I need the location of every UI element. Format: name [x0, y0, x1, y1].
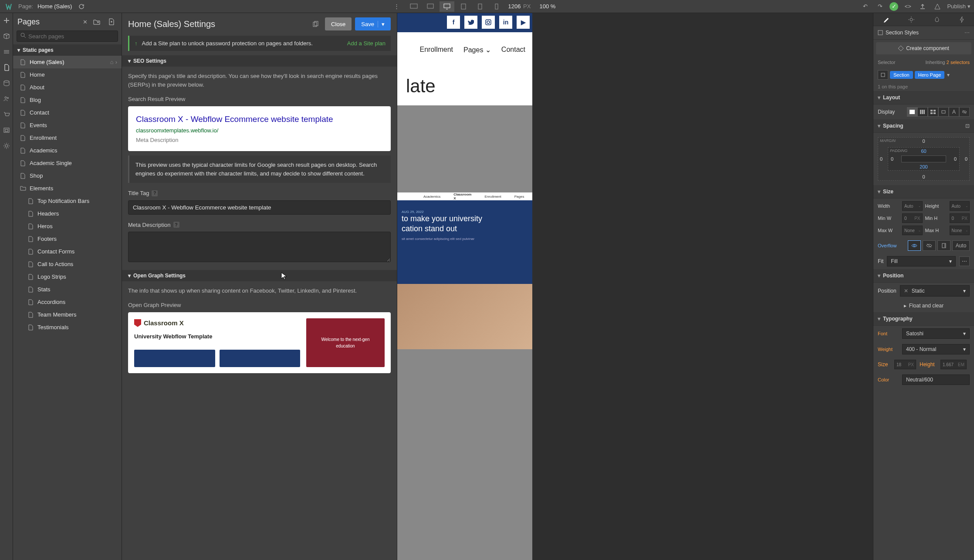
- og-heading[interactable]: ▾Open Graph Settings: [122, 270, 397, 281]
- publish-button[interactable]: Publish ▾: [947, 3, 971, 10]
- page-item[interactable]: Events: [13, 119, 122, 132]
- position-heading[interactable]: ▾Position: [873, 269, 974, 283]
- close-button[interactable]: Close: [325, 17, 352, 30]
- title-tag-input[interactable]: [128, 200, 391, 215]
- settings-rail-icon[interactable]: [2, 141, 11, 151]
- spacing-editor[interactable]: MARGIN 0 0 0 0 PADDING 60 200 0 0: [873, 133, 974, 185]
- zoom-level[interactable]: 100 %: [539, 3, 555, 10]
- style-manager-tab-icon[interactable]: [934, 17, 940, 23]
- selector-hero[interactable]: Hero Page: [915, 71, 945, 79]
- page-item[interactable]: Heros: [13, 220, 122, 233]
- page-item[interactable]: Headers: [13, 207, 122, 220]
- bp-lg-icon[interactable]: [423, 1, 438, 12]
- assets-icon[interactable]: [2, 125, 11, 135]
- more-icon[interactable]: ⋮: [392, 1, 402, 12]
- chevron-down-icon[interactable]: ▾: [947, 72, 950, 78]
- styles-tab-icon[interactable]: [883, 17, 889, 23]
- page-item[interactable]: Shop: [13, 169, 122, 182]
- settings-tab-icon[interactable]: [908, 17, 914, 23]
- page-item[interactable]: Footers: [13, 233, 122, 245]
- spacing-heading[interactable]: ▾Spacing⊡: [873, 119, 974, 133]
- page-item[interactable]: Home: [13, 68, 122, 81]
- display-none-icon[interactable]: [959, 107, 970, 117]
- size-heading[interactable]: ▾Size: [873, 185, 974, 199]
- page-item[interactable]: Enrollment: [13, 132, 122, 144]
- layers-icon[interactable]: [2, 47, 11, 57]
- float-clear-toggle[interactable]: ▸Float and clear: [873, 299, 974, 312]
- code-icon[interactable]: <>: [903, 1, 913, 12]
- overflow-scroll-icon[interactable]: [937, 240, 950, 251]
- users-icon[interactable]: [2, 94, 11, 104]
- display-inline-block-icon[interactable]: [938, 107, 949, 117]
- duplicate-icon[interactable]: [310, 18, 321, 30]
- instagram-icon[interactable]: [482, 16, 495, 29]
- static-pages-category[interactable]: ▾Static pages: [13, 44, 122, 56]
- page-item[interactable]: Contact Forms: [13, 245, 122, 258]
- linkedin-icon[interactable]: in: [499, 16, 512, 29]
- bp-desktop-icon[interactable]: [440, 1, 454, 12]
- page-item[interactable]: Testimonials: [13, 321, 122, 334]
- maxh-input[interactable]: None-: [950, 226, 970, 235]
- layout-heading[interactable]: ▾Layout: [873, 91, 974, 105]
- close-panel-icon[interactable]: ✕: [83, 19, 88, 25]
- height-input[interactable]: Auto-: [950, 201, 970, 211]
- refresh-icon[interactable]: [76, 1, 87, 12]
- help-icon[interactable]: ?: [173, 222, 179, 228]
- ecommerce-icon[interactable]: [2, 110, 11, 119]
- bp-tablet-sm-icon[interactable]: [473, 1, 487, 12]
- canvas-width[interactable]: 1206 PX: [508, 3, 531, 10]
- redo-icon[interactable]: ↷: [875, 1, 885, 12]
- display-grid-icon[interactable]: [928, 107, 938, 117]
- bp-mobile-icon[interactable]: [489, 1, 504, 12]
- color-select[interactable]: Neutral/600: [902, 374, 970, 385]
- overflow-visible-icon[interactable]: [908, 240, 921, 251]
- spacing-options-icon[interactable]: ⊡: [965, 123, 970, 129]
- pages-icon[interactable]: [2, 63, 11, 72]
- add-element-icon[interactable]: [2, 16, 11, 25]
- page-item[interactable]: Team Members: [13, 308, 122, 321]
- display-inline-icon[interactable]: A: [949, 107, 959, 117]
- add-site-plan-link[interactable]: Add a Site plan: [347, 40, 386, 47]
- youtube-icon[interactable]: ▶: [517, 16, 530, 29]
- audit-icon[interactable]: [932, 1, 943, 12]
- page-item[interactable]: Academic Single: [13, 157, 122, 169]
- page-item[interactable]: Elements: [13, 182, 122, 195]
- new-page-icon[interactable]: [106, 17, 117, 27]
- interactions-tab-icon[interactable]: [959, 17, 964, 23]
- cms-icon[interactable]: [2, 78, 11, 88]
- weight-select[interactable]: 400 - Normal▾: [902, 344, 970, 354]
- status-ok-icon[interactable]: ✓: [889, 2, 898, 11]
- create-component-button[interactable]: Create component: [876, 42, 971, 54]
- new-folder-icon[interactable]: [91, 17, 102, 27]
- font-size-input[interactable]: 18PX: [894, 360, 916, 369]
- page-item[interactable]: About: [13, 81, 122, 94]
- meta-desc-input[interactable]: [128, 232, 391, 262]
- minh-input[interactable]: 0PX: [950, 213, 970, 223]
- page-item[interactable]: Accordions: [13, 296, 122, 308]
- export-icon[interactable]: [917, 1, 928, 12]
- page-item[interactable]: Call to Actions: [13, 258, 122, 270]
- save-button[interactable]: Save▾: [355, 17, 391, 30]
- page-item[interactable]: Stats: [13, 283, 122, 296]
- webflow-logo[interactable]: [3, 1, 14, 12]
- overflow-hidden-icon[interactable]: [923, 240, 936, 251]
- bp-tablet-icon[interactable]: [456, 1, 471, 12]
- nav-contact[interactable]: Contact: [501, 46, 525, 54]
- box-icon[interactable]: [2, 31, 11, 41]
- nav-pages[interactable]: Pages ⌄: [463, 46, 491, 54]
- selector-section[interactable]: Section: [890, 71, 913, 79]
- selector-state-icon[interactable]: [878, 70, 888, 80]
- width-input[interactable]: Auto-: [902, 201, 923, 211]
- page-item[interactable]: Top Notification Bars: [13, 195, 122, 207]
- bp-xl-icon[interactable]: [406, 1, 421, 12]
- twitter-icon[interactable]: [464, 16, 477, 29]
- minw-input[interactable]: 0PX: [902, 213, 923, 223]
- nav-enrollment[interactable]: Enrollment: [420, 46, 453, 54]
- display-flex-icon[interactable]: [917, 107, 928, 117]
- page-item[interactable]: Logo Strips: [13, 270, 122, 283]
- help-icon[interactable]: ?: [152, 190, 158, 196]
- display-block-icon[interactable]: [907, 107, 917, 117]
- search-input[interactable]: [17, 30, 118, 42]
- page-name[interactable]: Home (Sales): [37, 3, 72, 10]
- font-select[interactable]: Satoshi▾: [902, 328, 970, 339]
